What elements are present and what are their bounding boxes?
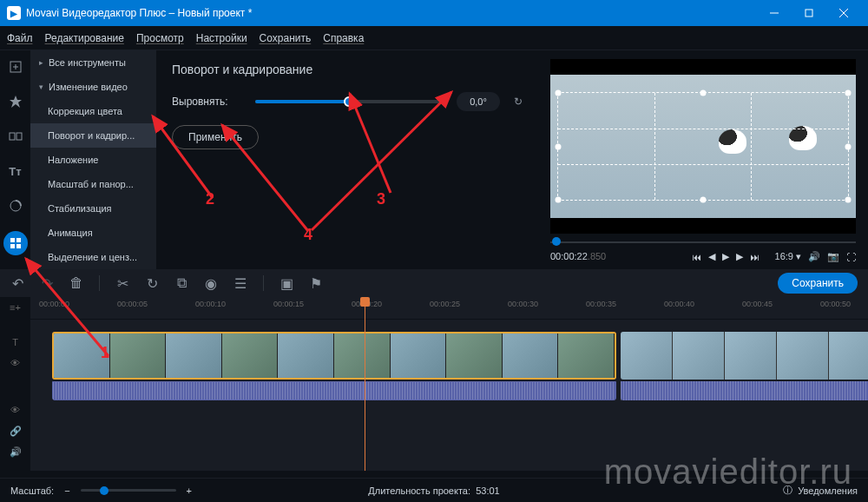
snapshot-icon[interactable]: 📷: [827, 251, 839, 262]
crop-handle[interactable]: [845, 197, 852, 203]
redo-icon[interactable]: ↷: [40, 275, 54, 292]
degree-value[interactable]: 0,0°: [457, 92, 500, 111]
annotation-2: 2: [206, 190, 214, 208]
filters-icon[interactable]: [6, 92, 25, 111]
timeline-track-controls: ≡+ T 👁 👁 🔗 🔊 ♫: [0, 297, 30, 471]
next-frame-icon[interactable]: ▶: [736, 251, 743, 262]
statusbar: Масштаб: − + Длительность проекта: 53:01…: [0, 478, 868, 502]
annotation-3: 3: [377, 190, 385, 208]
menu-edit[interactable]: Редактирование: [45, 32, 124, 44]
preview-canvas[interactable]: [550, 59, 856, 234]
record-icon[interactable]: ▣: [279, 275, 293, 292]
tool-panel: ▸Все инструменты ▾Изменение видео Коррек…: [30, 50, 156, 269]
fullscreen-icon[interactable]: ⛶: [846, 252, 856, 262]
menu-file[interactable]: Файл: [7, 32, 33, 44]
marker-icon[interactable]: ⚑: [309, 275, 323, 292]
tool-pan-zoom[interactable]: Масштаб и панор...: [30, 172, 156, 196]
volume-icon[interactable]: 🔊: [808, 251, 820, 262]
crop-handle[interactable]: [845, 143, 852, 149]
menu-view[interactable]: Просмотр: [136, 32, 184, 44]
crop-icon[interactable]: ⧉: [174, 275, 188, 291]
zoom-in-icon[interactable]: +: [187, 485, 192, 496]
playhead[interactable]: [365, 297, 365, 471]
timeline: ≡+ T 👁 👁 🔗 🔊 ♫ 00:00:00 00:00:05 00:00:1…: [0, 297, 868, 471]
maximize-button[interactable]: [792, 0, 826, 26]
transitions-icon[interactable]: [6, 127, 25, 146]
menu-settings[interactable]: Настройки: [196, 32, 247, 44]
video-edit-group[interactable]: ▾Изменение видео: [30, 75, 156, 99]
aspect-ratio[interactable]: 16:9 ▾: [775, 251, 801, 262]
all-tools-row[interactable]: ▸Все инструменты: [30, 50, 156, 75]
crop-handle[interactable]: [700, 89, 707, 96]
video-clip-selected[interactable]: [52, 332, 616, 380]
app-logo-icon: ▶: [7, 6, 21, 20]
mute-track-icon[interactable]: 🔊: [0, 441, 30, 462]
reset-rotation-icon[interactable]: ↻: [514, 96, 523, 108]
next-clip-icon[interactable]: ⏭: [750, 252, 760, 262]
crop-handle[interactable]: [556, 143, 562, 149]
titlebar: ▶ Movavi Видеоредактор Плюс – Новый прое…: [0, 0, 868, 26]
link-track-icon[interactable]: 🔗: [0, 420, 30, 441]
rotate-icon[interactable]: ↻: [145, 275, 159, 292]
notifications-button[interactable]: ⓘ Уведомления: [783, 484, 858, 497]
tool-highlight-censor[interactable]: Выделение и ценз...: [30, 245, 156, 269]
undo-icon[interactable]: ↶: [10, 275, 24, 292]
prev-frame-icon[interactable]: ◀: [708, 251, 715, 262]
left-rail: Tт: [0, 50, 30, 269]
align-slider[interactable]: [255, 100, 443, 103]
project-duration: Длительность проекта: 53:01: [368, 485, 499, 496]
add-track-icon[interactable]: ≡+: [0, 297, 30, 318]
crop-handle[interactable]: [556, 197, 562, 203]
preview-seek[interactable]: [550, 235, 856, 248]
adjust-icon[interactable]: ☰: [233, 275, 247, 292]
delete-icon[interactable]: 🗑: [69, 275, 83, 291]
text-track-icon[interactable]: T: [0, 332, 30, 353]
crop-overlay[interactable]: [557, 92, 849, 201]
tool-stabilization[interactable]: Стабилизация: [30, 196, 156, 221]
more-tools-icon[interactable]: [3, 231, 28, 255]
audio-clip[interactable]: [621, 381, 868, 400]
tool-color-correction[interactable]: Коррекция цвета: [30, 99, 156, 123]
preview-image: [550, 75, 856, 218]
rotate-crop-panel: Поворот и кадрирование Выровнять: 0,0° ↻…: [156, 50, 538, 269]
close-button[interactable]: [826, 0, 861, 26]
menubar: Файл Редактирование Просмотр Настройки С…: [0, 26, 868, 50]
color-icon[interactable]: ◉: [204, 275, 218, 292]
split-icon[interactable]: ✂: [115, 275, 129, 292]
audio-clip-selected[interactable]: [52, 381, 616, 400]
zoom-slider[interactable]: [81, 489, 176, 492]
tool-animation[interactable]: Анимация: [30, 221, 156, 245]
menu-help[interactable]: Справка: [323, 32, 364, 44]
video-clip[interactable]: [621, 332, 868, 380]
preview-timecode: 00:00:22.850: [550, 251, 685, 262]
menu-save[interactable]: Сохранить: [260, 32, 312, 44]
track-visibility-icon[interactable]: 👁: [0, 353, 30, 373]
prev-clip-icon[interactable]: ⏮: [692, 252, 701, 262]
svg-rect-7: [10, 133, 15, 140]
annotation-4: 4: [304, 226, 312, 244]
play-icon[interactable]: ▶: [722, 251, 729, 262]
timeline-body[interactable]: 00:00:00 00:00:05 00:00:10 00:00:15 00:0…: [30, 297, 868, 471]
window-title: Movavi Видеоредактор Плюс – Новый проект…: [26, 7, 757, 19]
crop-handle[interactable]: [556, 89, 562, 96]
crop-handle[interactable]: [845, 89, 852, 96]
zoom-out-icon[interactable]: −: [64, 485, 69, 496]
annotation-1: 1: [101, 344, 109, 362]
titles-icon[interactable]: Tт: [6, 162, 25, 181]
apply-button[interactable]: Применить: [172, 125, 259, 149]
panel-title: Поворот и кадрирование: [172, 63, 523, 76]
timeline-toolbar: ↶ ↷ 🗑 ✂ ↻ ⧉ ◉ ☰ ▣ ⚑ Сохранить: [0, 269, 868, 297]
video-track-icon[interactable]: 👁: [0, 400, 30, 420]
preview-controls: 00:00:22.850 ⏮ ◀ ▶ ▶ ⏭ 16:9 ▾ 🔊 📷 ⛶: [550, 248, 856, 266]
save-button[interactable]: Сохранить: [778, 273, 858, 294]
minimize-button[interactable]: [757, 0, 792, 26]
tool-overlay[interactable]: Наложение: [30, 148, 156, 172]
tool-rotate-crop[interactable]: Поворот и кадрир...: [30, 123, 156, 148]
align-label: Выровнять:: [172, 96, 241, 108]
stickers-icon[interactable]: [6, 196, 25, 215]
crop-handle[interactable]: [700, 197, 707, 203]
import-icon[interactable]: [6, 57, 25, 76]
timeline-ruler[interactable]: 00:00:00 00:00:05 00:00:10 00:00:15 00:0…: [30, 297, 868, 320]
svg-rect-8: [16, 133, 22, 140]
svg-rect-11: [16, 238, 21, 242]
